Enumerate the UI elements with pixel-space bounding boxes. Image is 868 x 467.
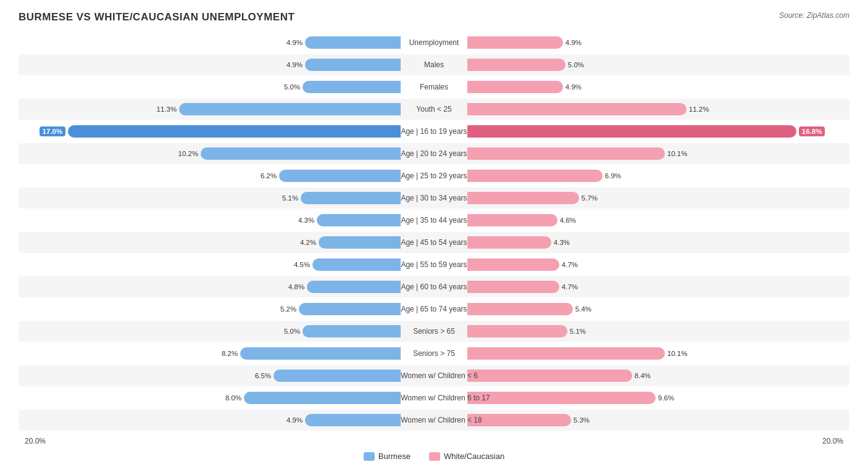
val-left: 5.0% xyxy=(284,83,300,91)
bar-right xyxy=(467,192,579,204)
chart-row: 4.9% Women w/ Children < 18 5.3% xyxy=(19,410,849,431)
axis-left: 20.0% xyxy=(19,437,401,445)
bar-right xyxy=(467,347,665,360)
left-section: 4.5% xyxy=(19,254,401,275)
bar-right xyxy=(467,325,567,337)
val-right: 8.4% xyxy=(635,372,651,379)
bar-left xyxy=(201,147,401,160)
bar-left xyxy=(307,281,401,293)
right-section: 4.7% xyxy=(467,276,849,297)
val-right: 4.3% xyxy=(554,239,570,246)
row-label: Age | 16 to 19 years xyxy=(401,127,467,136)
val-left: 6.5% xyxy=(255,372,271,379)
val-right: 16.8% xyxy=(799,126,825,136)
legend-burmese-label: Burmese xyxy=(378,452,411,461)
val-right: 9.6% xyxy=(658,394,674,402)
legend-white-label: White/Caucasian xyxy=(444,452,504,461)
chart-row: 5.2% Age | 65 to 74 years 5.4% xyxy=(19,299,849,320)
left-section: 4.8% xyxy=(19,276,401,297)
chart-row: 6.5% Women w/ Children < 6 8.4% xyxy=(19,365,849,386)
chart-row: 5.0% Seniors > 65 5.1% xyxy=(19,321,849,342)
right-section: 4.9% xyxy=(467,76,849,97)
val-left: 4.5% xyxy=(294,261,310,268)
right-section: 4.7% xyxy=(467,254,849,275)
chart-row: 5.0% Females 4.9% xyxy=(19,76,849,97)
right-section: 5.4% xyxy=(467,299,849,320)
right-section: 5.3% xyxy=(467,410,849,431)
bar-left xyxy=(303,325,401,337)
val-right: 4.9% xyxy=(565,83,582,91)
chart-row: 5.1% Age | 30 to 34 years 5.7% xyxy=(19,188,849,209)
val-right: 6.9% xyxy=(605,172,621,180)
left-section: 11.3% xyxy=(19,99,401,120)
left-section: 5.2% xyxy=(19,299,401,320)
chart-row: 8.2% Seniors > 75 10.1% xyxy=(19,343,849,364)
val-left: 11.3% xyxy=(157,105,177,113)
row-label: Age | 20 to 24 years xyxy=(401,149,467,158)
val-right: 5.0% xyxy=(568,61,584,68)
bar-left xyxy=(299,303,401,315)
right-section: 5.0% xyxy=(467,54,849,75)
chart-row: 4.9% Males 5.0% xyxy=(19,54,849,75)
val-left: 4.9% xyxy=(286,39,303,46)
bar-left xyxy=(179,103,401,115)
bar-left xyxy=(305,59,401,71)
bar-left xyxy=(312,258,401,271)
bar-left xyxy=(317,214,401,226)
bar-right xyxy=(467,236,551,249)
chart-row: 4.8% Age | 60 to 64 years 4.7% xyxy=(19,276,849,297)
row-label: Women w/ Children < 18 xyxy=(401,416,467,424)
right-section: 5.7% xyxy=(467,188,849,209)
row-label: Youth < 25 xyxy=(401,105,467,114)
legend-white-color xyxy=(429,452,440,461)
bar-right xyxy=(467,59,565,71)
right-section: 4.3% xyxy=(467,232,849,253)
row-label: Age | 45 to 54 years xyxy=(401,238,467,247)
left-section: 6.5% xyxy=(19,365,401,386)
val-right: 10.1% xyxy=(667,150,688,157)
bar-left xyxy=(301,192,401,204)
val-left: 17.0% xyxy=(40,126,66,136)
bar-left xyxy=(303,81,401,93)
right-section: 10.1% xyxy=(467,343,849,364)
right-section: 11.2% xyxy=(467,99,849,120)
left-section: 4.9% xyxy=(19,54,401,75)
bar-right xyxy=(467,36,563,49)
bar-left xyxy=(240,347,401,360)
chart-row: 8.0% Women w/ Children 6 to 17 9.6% xyxy=(19,387,849,408)
right-section: 16.8% xyxy=(467,121,849,142)
row-label: Seniors > 65 xyxy=(401,327,467,336)
row-label: Unemployment xyxy=(401,38,467,47)
bar-right xyxy=(467,414,571,426)
val-left: 8.0% xyxy=(225,394,241,402)
val-right: 10.1% xyxy=(667,350,688,357)
legend-white: White/Caucasian xyxy=(429,452,504,461)
chart-header: BURMESE VS WHITE/CAUCASIAN UNEMPLOYMENT … xyxy=(19,11,849,23)
left-section: 8.2% xyxy=(19,343,401,364)
val-left: 5.0% xyxy=(284,328,300,335)
bar-left xyxy=(305,36,401,49)
bar-right xyxy=(467,103,686,115)
val-left: 4.8% xyxy=(288,283,304,291)
row-label: Males xyxy=(401,60,467,69)
left-section: 10.2% xyxy=(19,143,401,164)
row-label: Age | 30 to 34 years xyxy=(401,194,467,202)
val-right: 5.4% xyxy=(575,305,591,313)
row-label: Females xyxy=(401,83,467,91)
right-section: 8.4% xyxy=(467,365,849,386)
chart-row: 10.2% Age | 20 to 24 years 10.1% xyxy=(19,143,849,164)
bar-right xyxy=(467,281,559,293)
row-label: Women w/ Children 6 to 17 xyxy=(401,394,467,402)
legend: Burmese White/Caucasian xyxy=(19,452,849,461)
bar-right xyxy=(467,147,665,160)
axis-right-label: 20.0% xyxy=(822,437,843,445)
bar-left xyxy=(273,370,401,382)
left-section: 17.0% xyxy=(19,121,401,142)
chart-body: 4.9% Unemployment 4.9% 4.9% Males 5.0% 5… xyxy=(19,32,849,431)
left-section: 8.0% xyxy=(19,387,401,408)
row-label: Age | 25 to 29 years xyxy=(401,172,467,180)
val-right: 5.1% xyxy=(570,328,586,335)
right-section: 4.9% xyxy=(467,32,849,53)
chart-row: 11.3% Youth < 25 11.2% xyxy=(19,99,849,120)
right-section: 5.1% xyxy=(467,321,849,342)
